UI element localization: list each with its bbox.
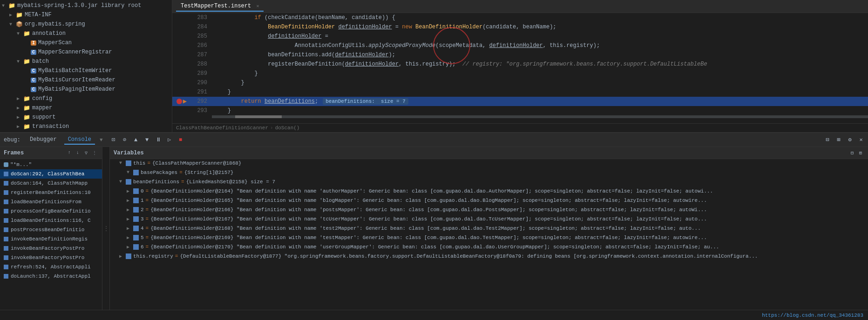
var-item-6[interactable]: ▶3={BeanDefinitionHolder@2167} "Bean def… xyxy=(110,216,868,225)
frame-item-0[interactable]: "*m..." xyxy=(0,160,102,169)
scroll-down-btn[interactable]: ▼ xyxy=(142,135,152,145)
var-item-3[interactable]: ▶0={BeanDefinitionHolder@2164} "Bean def… xyxy=(110,188,868,197)
tree-item-mybatis-spring[interactable]: ▼📁mybatis-spring-1.3.0.jar library root xyxy=(0,1,172,10)
code-line-293: 293 } xyxy=(172,106,868,115)
tree-icon-batch: 📁 xyxy=(23,58,30,65)
debug-toolbar: ⊡ ⊘ ▲ ▼ ⏸ ▷ ■ xyxy=(108,135,186,145)
frames-down-btn[interactable]: ↓ xyxy=(74,149,81,157)
tree-icon-transaction: 📁 xyxy=(23,123,30,130)
frames-list: "*m..."doScan:292, ClassPathBeadoScan:16… xyxy=(0,159,102,310)
tree-item-mapper-scan[interactable]: IMapperScan xyxy=(0,38,172,47)
var-item-8[interactable]: ▶5={BeanDefinitionHolder@2169} "Bean def… xyxy=(110,234,868,244)
horizontal-scrollbar[interactable] xyxy=(212,115,868,118)
close-panel-btn[interactable]: ✕ xyxy=(856,135,866,145)
frame-item-6[interactable]: loadBeanDefinitions:116, C xyxy=(0,216,102,225)
vars-layout-btn2[interactable]: ⊞ xyxy=(857,149,864,157)
code-line-289: 289 } xyxy=(172,69,868,78)
pane-divider[interactable]: ⋮ xyxy=(102,147,110,310)
tree-icon-mapper: 📁 xyxy=(23,105,30,112)
var-item-7[interactable]: ▶4={BeanDefinitionHolder@2168} "Bean def… xyxy=(110,225,868,234)
scrollbar-thumb[interactable] xyxy=(235,115,282,118)
code-line-287: 287 beanDefinitions.add(definitionHolder… xyxy=(172,50,868,60)
var-item-4[interactable]: ▶1={BeanDefinitionHolder@2165} "Bean def… xyxy=(110,197,868,207)
top-section: ▼📁mybatis-spring-1.3.0.jar library root▶… xyxy=(0,0,868,132)
variables-pane-header: Variables ⊟ ⊞ xyxy=(110,147,868,159)
layout-btn-1[interactable]: ⊟ xyxy=(822,135,833,145)
var-item-5[interactable]: ▶2={BeanDefinitionHolder@2166} "Bean def… xyxy=(110,207,868,216)
var-item-10[interactable]: ▶this.registry={DefaultListableBeanFacto… xyxy=(110,253,868,262)
tree-icon-annotation: 📁 xyxy=(23,30,30,37)
restore-btn[interactable]: ⊡ xyxy=(108,135,119,145)
frame-item-12[interactable]: doLaunch:137, AbstractAppl xyxy=(0,272,102,281)
file-tree-sidebar: ▼📁mybatis-spring-1.3.0.jar library root▶… xyxy=(0,0,172,132)
resume-btn[interactable]: ▷ xyxy=(164,135,175,145)
frames-settings-btn[interactable]: ⋮ xyxy=(91,149,98,157)
editor-tabs: TestMapperTest.insert ✕ xyxy=(172,0,868,13)
code-line-286: 286 AnnotationConfigUtils.applyScopedPro… xyxy=(172,41,868,50)
tree-item-mybatis-paging[interactable]: CMyBatisPagingItemReader xyxy=(0,85,172,94)
breadcrumb-part-2[interactable]: doScan() xyxy=(275,125,300,131)
tab-console[interactable]: Console xyxy=(64,135,95,145)
tree-item-support[interactable]: ▶📁support xyxy=(0,113,172,122)
frame-item-9[interactable]: invokeBeanFactoryPostPro xyxy=(0,244,102,253)
frame-item-2[interactable]: doScan:164, ClassPathMapp xyxy=(0,179,102,188)
debug-panel: ebug: Debugger Console ▼ ⊡ ⊘ ▲ ▼ ⏸ ▷ ■ ⊟… xyxy=(0,132,868,310)
tree-item-annotation[interactable]: ▼📁annotation xyxy=(0,29,172,38)
code-line-288: 288 registerBeanDefinition(definitionHol… xyxy=(172,60,868,69)
frame-item-10[interactable]: invokeBeanFactoryPostPro xyxy=(0,253,102,262)
frame-item-5[interactable]: processConfigBeanDefinitio xyxy=(0,207,102,216)
var-item-2[interactable]: ▼beanDefinitions={LinkedHashSet@2158} si… xyxy=(110,179,868,188)
frame-item-3[interactable]: registerBeanDefinitions:10 xyxy=(0,188,102,197)
frame-item-4[interactable]: loadBeanDefinitionsFrom xyxy=(0,197,102,207)
editor-tab-active[interactable]: TestMapperTest.insert ✕ xyxy=(176,1,264,12)
scroll-up-btn[interactable]: ▲ xyxy=(131,135,141,145)
var-item-9[interactable]: ▶6={BeanDefinitionHolder@2170} "Bean def… xyxy=(110,244,868,253)
frame-item-11[interactable]: refresh:524, AbstractAppli xyxy=(0,262,102,272)
tab-debugger[interactable]: Debugger xyxy=(26,135,61,145)
breadcrumb-part-1[interactable]: ClassPathBeanDefinitionScanner xyxy=(176,125,268,131)
tree-item-mapper[interactable]: ▶📁mapper xyxy=(0,103,172,113)
code-line-284: 284 BeanDefinitionHolder definitionHolde… xyxy=(172,22,868,32)
vars-layout-btn[interactable]: ⊟ xyxy=(848,149,856,157)
frame-item-1[interactable]: doScan:292, ClassPathBea xyxy=(0,169,102,179)
layout-btn-2[interactable]: ⊞ xyxy=(834,135,844,145)
debug-label: ebug: xyxy=(2,137,22,143)
variables-list: ▼this={ClassPathMapperScanner@1868}▼base… xyxy=(110,159,868,310)
tree-item-config[interactable]: ▶📁config xyxy=(0,94,172,103)
code-line-291: 291 } xyxy=(172,87,868,97)
tree-icon-meta-inf: 📁 xyxy=(16,12,23,19)
var-item-0[interactable]: ▼this={ClassPathMapperScanner@1868} xyxy=(110,160,868,169)
debug-right-toolbar: ⊟ ⊞ ⚙ ✕ xyxy=(822,135,866,145)
tree-item-transaction[interactable]: ▶📁transaction xyxy=(0,122,172,131)
settings-btn[interactable]: ⚙ xyxy=(845,135,855,145)
tree-item-meta-inf[interactable]: ▶📁META-INF xyxy=(0,10,172,20)
code-viewport: 283 if (checkCandidate(beanName, candida… xyxy=(172,13,868,123)
code-line-283: 283 if (checkCandidate(beanName, candida… xyxy=(172,13,868,22)
frame-item-7[interactable]: postProcessBeanDefinitio xyxy=(0,225,102,234)
tree-item-batch[interactable]: ▼📁batch xyxy=(0,57,172,66)
variables-pane: Variables ⊟ ⊞ ▼this={ClassPathMapperScan… xyxy=(110,147,868,310)
tree-item-mapper-scan-reg[interactable]: CMapperScannerRegistrar xyxy=(0,47,172,57)
tree-icon-org-mybatis: 📦 xyxy=(16,21,23,28)
tree-icon-mybatis-cursor: C xyxy=(31,78,36,83)
frames-pane-header: Frames ↑ ↓ ▽ ⋮ xyxy=(0,147,102,159)
tree-item-mybatis-cursor[interactable]: CMyBatisCursorItemReader xyxy=(0,75,172,85)
clear-btn[interactable]: ⊘ xyxy=(120,135,130,145)
frame-item-8[interactable]: invokeBeanDefinitionRegis xyxy=(0,234,102,244)
pause-btn[interactable]: ⏸ xyxy=(153,135,163,145)
status-bar: https://blog.csdn.net/qq_34361283 xyxy=(0,310,868,320)
tree-icon-mybatis-paging: C xyxy=(31,87,36,92)
code-line-290: 290 } xyxy=(172,78,868,87)
frames-filter-btn[interactable]: ▽ xyxy=(82,149,90,157)
console-arrow: ▼ xyxy=(100,137,103,143)
frames-up-btn[interactable]: ↑ xyxy=(66,149,73,157)
tree-item-mybatis-batch[interactable]: CMyBatisBatchItemWriter xyxy=(0,66,172,75)
stop-btn[interactable]: ■ xyxy=(176,135,186,145)
debug-main: Frames ↑ ↓ ▽ ⋮ "*m..."doScan:292, ClassP… xyxy=(0,147,868,310)
tree-icon-mybatis-spring: 📁 xyxy=(8,2,15,9)
breadcrumb: ClassPathBeanDefinitionScanner › doScan(… xyxy=(172,123,868,132)
tab-close-btn[interactable]: ✕ xyxy=(256,4,259,9)
var-item-1[interactable]: ▼basePackages={String[1]@2157} xyxy=(110,169,868,179)
breakpoint-marker xyxy=(176,99,182,104)
tree-item-org-mybatis[interactable]: ▼📦org.mybatis.spring xyxy=(0,20,172,29)
